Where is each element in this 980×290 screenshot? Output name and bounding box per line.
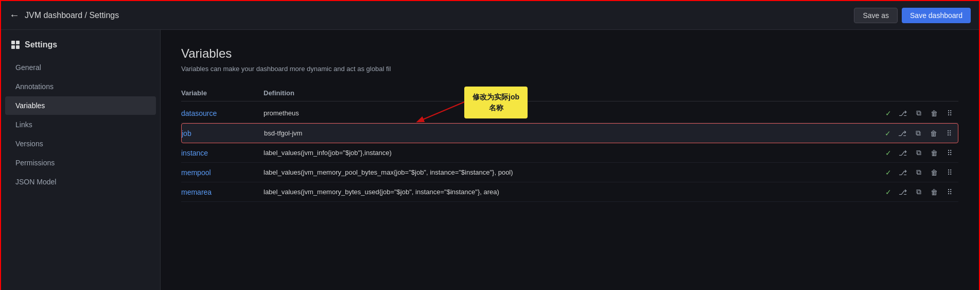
var-def-instance: label_values(jvm_info{job="$job"},instan… (264, 149, 876, 157)
var-def-datasource: prometheus (264, 109, 876, 117)
var-def-job: bsd-tfgol-jvm (264, 129, 876, 137)
copy-icon-mempool[interactable]: ⧉ (914, 167, 923, 178)
drag-icon-mempool[interactable]: ⠿ (945, 167, 954, 178)
header-definition: Definition (264, 89, 958, 97)
branch-icon-job[interactable]: ⎇ (896, 128, 908, 139)
var-name-datasource[interactable]: datasource (181, 109, 264, 117)
grid-icon (11, 41, 20, 49)
copy-icon-memarea[interactable]: ⧉ (914, 186, 923, 197)
drag-icon-job[interactable]: ⠿ (944, 128, 954, 139)
branch-icon-mempool[interactable]: ⎇ (897, 167, 909, 178)
save-dashboard-button[interactable]: Save dashboard (902, 8, 971, 23)
branch-icon-datasource[interactable]: ⎇ (897, 108, 909, 118)
drag-icon-instance[interactable]: ⠿ (945, 148, 954, 158)
row-actions-datasource: ✓ ⎇ ⧉ 🗑 ⠿ (876, 108, 958, 118)
copy-icon-job[interactable]: ⧉ (914, 128, 923, 139)
table-header: Variable Definition (181, 85, 958, 101)
var-name-job[interactable]: job (182, 129, 264, 138)
copy-icon-datasource[interactable]: ⧉ (914, 108, 923, 118)
table-row: datasource prometheus ✓ ⎇ ⧉ 🗑 ⠿ (181, 104, 958, 123)
back-button[interactable]: ← (9, 9, 20, 21)
var-name-memarea[interactable]: memarea (181, 188, 264, 196)
var-name-mempool[interactable]: mempool (181, 168, 264, 177)
table-row-mempool: mempool label_values(jvm_memory_pool_byt… (181, 163, 958, 182)
row-actions-instance: ✓ ⎇ ⧉ 🗑 ⠿ (876, 147, 958, 158)
topbar: ← JVM dashboard / Settings Save as Save … (1, 1, 979, 30)
sidebar-item-json-model[interactable]: JSON Model (5, 173, 156, 191)
layout: Settings General Annotations Variables L… (1, 30, 979, 290)
delete-icon-mempool[interactable]: 🗑 (929, 167, 940, 178)
sidebar-item-annotations[interactable]: Annotations (5, 77, 156, 96)
drag-icon-memarea[interactable]: ⠿ (945, 187, 954, 197)
delete-icon-job[interactable]: 🗑 (928, 128, 939, 139)
check-icon-instance: ✓ (885, 149, 891, 157)
topbar-left: ← JVM dashboard / Settings (9, 9, 119, 21)
delete-icon-instance[interactable]: 🗑 (929, 148, 940, 158)
section-desc: Variables can make your dashboard more d… (181, 65, 958, 73)
topbar-buttons: Save as Save dashboard (854, 8, 971, 23)
table-row-instance: instance label_values(jvm_info{job="$job… (181, 143, 958, 163)
row-actions-job: ✓ ⎇ ⧉ 🗑 ⠿ (876, 128, 958, 139)
check-icon-mempool: ✓ (885, 168, 891, 177)
sidebar-header: Settings (1, 40, 160, 58)
section-title: Variables (181, 46, 958, 61)
sidebar-item-variables[interactable]: Variables (5, 96, 156, 115)
table-row-memarea: memarea label_values(jvm_memory_bytes_us… (181, 182, 958, 202)
row-actions-mempool: ✓ ⎇ ⧉ 🗑 ⠿ (876, 167, 958, 178)
branch-icon-memarea[interactable]: ⎇ (897, 187, 909, 197)
drag-icon-datasource[interactable]: ⠿ (945, 108, 954, 118)
back-icon: ← (9, 9, 20, 21)
sidebar: Settings General Annotations Variables L… (1, 30, 161, 290)
main-content: Variables Variables can make your dashbo… (161, 30, 979, 290)
var-def-mempool: label_values(jvm_memory_pool_bytes_max{j… (264, 168, 876, 176)
branch-icon-instance[interactable]: ⎇ (897, 148, 909, 158)
copy-icon-instance[interactable]: ⧉ (914, 147, 923, 158)
var-def-memarea: label_values(jvm_memory_bytes_used{job="… (264, 188, 876, 196)
save-as-button[interactable]: Save as (854, 8, 898, 23)
table-row-job: job bsd-tfgol-jvm ✓ ⎇ ⧉ 🗑 ⠿ (181, 123, 958, 143)
sidebar-item-permissions[interactable]: Permissions (5, 153, 156, 172)
check-icon-datasource: ✓ (885, 109, 891, 117)
var-name-instance[interactable]: instance (181, 149, 264, 157)
sidebar-item-links[interactable]: Links (5, 115, 156, 134)
sidebar-item-versions[interactable]: Versions (5, 134, 156, 153)
row-actions-memarea: ✓ ⎇ ⧉ 🗑 ⠿ (876, 186, 958, 197)
header-variable: Variable (181, 89, 264, 97)
check-icon-memarea: ✓ (885, 188, 891, 196)
sidebar-item-general[interactable]: General (5, 58, 156, 77)
delete-icon-memarea[interactable]: 🗑 (929, 187, 940, 197)
topbar-title: JVM dashboard / Settings (25, 11, 119, 20)
delete-icon-datasource[interactable]: 🗑 (929, 108, 940, 118)
sidebar-title: Settings (25, 40, 57, 49)
check-icon-job: ✓ (885, 129, 891, 138)
